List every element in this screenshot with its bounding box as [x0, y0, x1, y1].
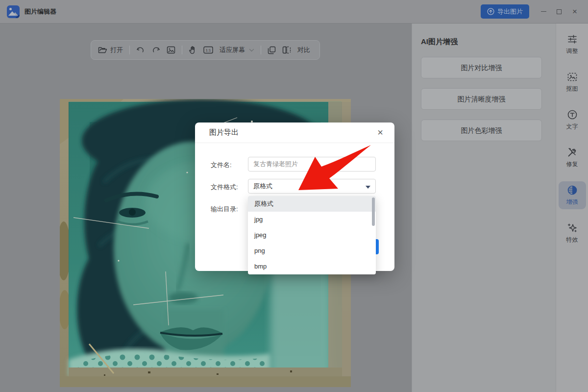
sidenav-label: 调整 — [566, 47, 578, 55]
enhance-icon — [567, 185, 578, 196]
export-button-label: 导出图片 — [497, 7, 523, 16]
duplicate-icon[interactable] — [268, 46, 276, 54]
repair-icon — [567, 147, 578, 158]
zoom-1to1-icon[interactable]: 1:1 — [203, 46, 213, 54]
export-image-button[interactable]: 导出图片 — [481, 4, 529, 19]
dropdown-option-jpg[interactable]: jpg — [248, 212, 376, 227]
dialog-close-icon[interactable]: × — [374, 126, 387, 139]
color-enhance-button[interactable]: 图片色彩增强 — [421, 120, 542, 141]
effects-icon — [567, 222, 578, 233]
sidenav-label: 抠图 — [566, 85, 578, 93]
dropdown-option-original[interactable]: 原格式 — [248, 196, 376, 212]
minimize-icon[interactable] — [538, 6, 549, 17]
clarity-enhance-button[interactable]: 图片清晰度增强 — [421, 88, 542, 110]
toolbar-divider — [261, 46, 261, 54]
editor-toolbar: 打开 1:1 — [91, 40, 320, 60]
open-label: 打开 — [110, 46, 123, 54]
contrast-enhance-button[interactable]: 图片对比增强 — [421, 57, 542, 78]
panel-heading: AI图片增强 — [421, 37, 545, 47]
redo-icon[interactable] — [151, 46, 160, 54]
split-compare-icon[interactable] — [282, 46, 291, 54]
sidenav-label: 文字 — [566, 122, 578, 131]
upload-icon — [487, 8, 494, 15]
dropdown-scrollbar[interactable] — [372, 197, 375, 226]
app-logo-icon — [7, 5, 20, 18]
sidenav-item-enhance[interactable]: 增强 — [559, 181, 586, 209]
format-select[interactable]: 原格式 — [248, 179, 376, 194]
text-icon — [567, 109, 578, 120]
fit-screen-dropdown[interactable]: 适应屏幕 — [220, 46, 254, 54]
sidenav-label: 特效 — [566, 236, 578, 244]
sidenav-label: 增强 — [566, 198, 578, 206]
sidenav-label: 修复 — [566, 160, 578, 169]
dialog-title: 图片导出 — [209, 128, 239, 137]
format-select-value: 原格式 — [253, 182, 272, 191]
dropdown-option-png[interactable]: png — [248, 243, 376, 259]
sidenav-item-text[interactable]: 文字 — [559, 106, 586, 134]
dialog-header: 图片导出 × — [195, 122, 394, 143]
fit-screen-label: 适应屏幕 — [220, 46, 245, 54]
dropdown-option-bmp[interactable]: bmp — [248, 259, 376, 274]
right-sidenav: 调整 抠图 文字 修复 增强 — [556, 24, 588, 392]
toolbar-divider — [129, 46, 130, 54]
filename-input[interactable] — [248, 157, 376, 172]
zoom-badge-text: 1:1 — [205, 48, 211, 52]
undo-icon[interactable] — [136, 46, 145, 54]
sidenav-item-effects[interactable]: 特效 — [559, 219, 586, 247]
close-window-icon[interactable]: × — [569, 6, 580, 17]
compare-label: 对比 — [297, 46, 310, 54]
select-caret-icon — [366, 186, 370, 189]
titlebar: 图片编辑器 导出图片 × — [0, 0, 588, 24]
app-title: 图片编辑器 — [24, 7, 56, 16]
chevron-down-icon — [249, 49, 254, 52]
open-button[interactable]: 打开 — [98, 46, 123, 54]
maximize-icon[interactable] — [554, 6, 564, 17]
cutout-icon — [567, 72, 578, 82]
image-icon[interactable] — [167, 46, 175, 54]
toolbar-divider — [182, 46, 182, 54]
filename-label: 文件名: — [211, 161, 232, 170]
window-controls: × — [538, 6, 580, 17]
folder-open-icon — [98, 46, 107, 54]
output-dir-label: 输出目录: — [211, 205, 238, 214]
compare-button[interactable]: 对比 — [297, 46, 310, 54]
ai-enhance-panel: AI图片增强 图片对比增强 图片清晰度增强 图片色彩增强 — [412, 24, 556, 392]
format-dropdown-list: 原格式 jpg jpeg png bmp — [248, 196, 376, 274]
sidenav-item-cutout[interactable]: 抠图 — [559, 68, 586, 96]
sidenav-item-adjust[interactable]: 调整 — [559, 30, 586, 58]
hand-tool-icon[interactable] — [189, 46, 197, 54]
sidenav-item-repair[interactable]: 修复 — [559, 144, 586, 172]
sliders-icon — [567, 34, 578, 45]
format-label: 文件格式: — [211, 183, 238, 192]
dropdown-option-jpeg[interactable]: jpeg — [248, 227, 376, 243]
